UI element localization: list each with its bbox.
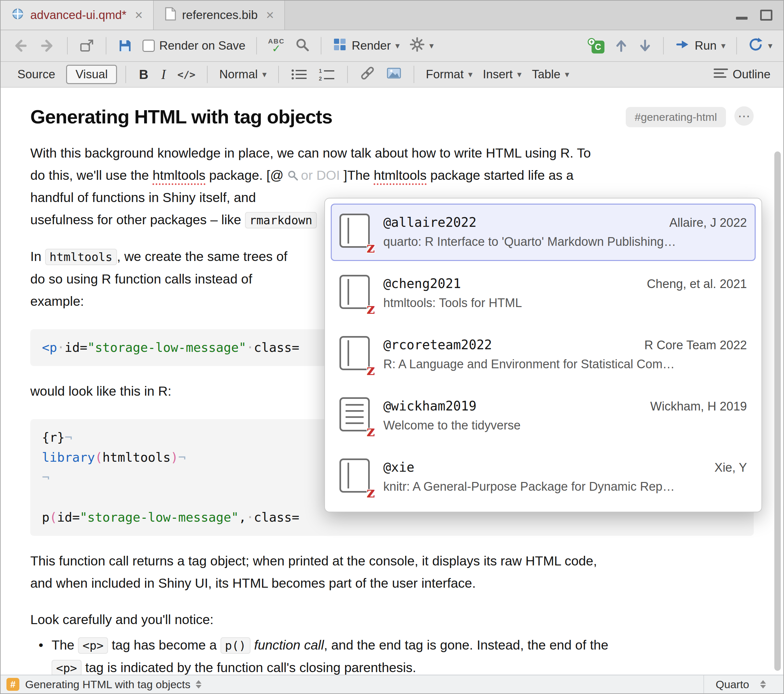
zotero-badge-icon: z: [367, 301, 375, 316]
paragraph: This function call returns a tag object;…: [30, 550, 754, 594]
run-button[interactable]: Run▾: [672, 35, 728, 57]
tab-advanced-ui-qmd[interactable]: advanced-ui.qmd* ×: [1, 1, 154, 30]
render-settings-button[interactable]: ▾: [406, 35, 437, 57]
toolbar-right-cluster: +C Run▾ ▾: [585, 35, 776, 57]
citation-item-xie[interactable]: z @xieXie, Y knitr: A General-Purpose Pa…: [331, 449, 756, 506]
citation-item-allaire2022[interactable]: z @allaire2022Allaire, J 2022 quarto: R …: [331, 204, 756, 261]
back-button[interactable]: [8, 35, 32, 56]
chevron-down-icon[interactable]: ▾: [565, 69, 569, 80]
document-mode-label: Quarto: [716, 678, 749, 691]
maximize-icon[interactable]: [760, 10, 772, 21]
bullet-icon: •: [30, 634, 51, 675]
numbered-list-button[interactable]: 12: [315, 66, 339, 84]
spellcheck-button[interactable]: ABC✓: [265, 36, 288, 56]
insert-menu-label: Insert: [483, 67, 513, 81]
zotero-badge-icon: z: [367, 240, 375, 255]
section-navigation-button[interactable]: # Generating HTML with tag objects: [7, 678, 201, 691]
bullet-list-item: • The <p> tag has become a p() function …: [30, 634, 754, 675]
separator: [413, 66, 414, 83]
tab-bar: advanced-ui.qmd* × references.bib ×: [1, 1, 783, 30]
window-controls: [735, 1, 783, 30]
paragraph-style-label: Normal: [219, 67, 258, 81]
separator: [125, 66, 126, 83]
citation-key: @rcoreteam2022: [383, 337, 492, 352]
chevron-down-icon[interactable]: ▾: [429, 41, 434, 51]
separator: [106, 37, 106, 54]
tab-references-bib[interactable]: references.bib ×: [154, 1, 285, 30]
separator: [736, 37, 737, 54]
format-menu[interactable]: Format▾: [423, 66, 476, 83]
forward-button[interactable]: [35, 35, 59, 56]
citation-author-year: R Core Team 2022: [635, 338, 747, 352]
chevron-down-icon[interactable]: ▾: [262, 69, 267, 80]
inline-code-chip: p(): [221, 637, 250, 654]
find-button[interactable]: [291, 35, 313, 57]
render-on-save-label: Render on Save: [159, 39, 245, 53]
book-icon: z: [339, 459, 373, 496]
save-button[interactable]: [114, 36, 136, 56]
tab-label: advanced-ui.qmd*: [30, 8, 126, 22]
insert-chunk-button[interactable]: +C: [585, 36, 608, 56]
inline-code-chip: <p>: [51, 660, 82, 675]
inline-code-chip: rmarkdown: [245, 212, 317, 229]
chevron-down-icon[interactable]: ▾: [517, 69, 522, 80]
up-down-icon: [196, 680, 201, 689]
separator: [256, 37, 257, 54]
outline-toggle[interactable]: Outline: [710, 65, 774, 84]
close-icon[interactable]: ×: [266, 8, 274, 22]
citation-item-wickham2019[interactable]: z @wickham2019Wickham, H 2019 Welcome to…: [331, 387, 756, 445]
bold-button[interactable]: B: [134, 67, 153, 82]
quarto-file-icon: [11, 7, 25, 23]
separator: [347, 66, 348, 83]
render-icon: [333, 37, 347, 55]
chevron-down-icon[interactable]: ▾: [468, 69, 473, 80]
search-icon: [284, 168, 301, 183]
rerun-icon: [748, 37, 763, 55]
misspelled-word: htmltools: [374, 168, 427, 183]
citation-title: knitr: A General-Purpose Package for Dyn…: [383, 480, 747, 493]
more-options-button[interactable]: ⋯: [735, 106, 754, 126]
rstudio-editor-window: advanced-ui.qmd* × references.bib × Rend…: [0, 0, 784, 694]
table-menu[interactable]: Table▾: [529, 66, 573, 83]
svg-text:2: 2: [319, 76, 322, 82]
render-button[interactable]: Render▾: [329, 35, 403, 57]
outline-label: Outline: [733, 67, 771, 81]
open-in-new-window-button[interactable]: [76, 36, 98, 56]
citation-item-rcoreteam2022[interactable]: z @rcoreteam2022R Core Team 2022 R: A La…: [331, 326, 756, 383]
zotero-badge-icon: z: [367, 362, 375, 377]
render-on-save-checkbox[interactable]: Render on Save: [139, 37, 249, 54]
previous-section-button[interactable]: [611, 37, 631, 55]
separator: [663, 37, 664, 54]
document-mode-selector[interactable]: Quarto: [703, 675, 777, 693]
chevron-down-icon[interactable]: ▾: [721, 41, 726, 51]
minimize-icon[interactable]: [735, 10, 749, 21]
citation-item-cheng2021[interactable]: z @cheng2021Cheng, et al. 2021 htmltools…: [331, 265, 756, 322]
chevron-down-icon[interactable]: ▾: [768, 41, 772, 51]
inline-code-button[interactable]: </>: [174, 69, 199, 80]
image-button[interactable]: [383, 63, 405, 86]
chevron-down-icon[interactable]: ▾: [395, 41, 400, 51]
source-mode-toggle[interactable]: Source: [10, 66, 62, 83]
next-section-button[interactable]: [635, 37, 656, 55]
citation-title: htmltools: Tools for HTML: [383, 296, 747, 310]
insert-menu[interactable]: Insert▾: [480, 66, 525, 83]
link-button[interactable]: [356, 63, 379, 86]
link-icon: [359, 65, 376, 84]
checkbox-icon[interactable]: [142, 39, 155, 52]
source-rerun-button[interactable]: ▾: [744, 35, 776, 57]
search-icon: [294, 37, 310, 55]
bullet-list-button[interactable]: [287, 66, 311, 84]
article-icon: z: [339, 397, 373, 435]
zotero-badge-icon: z: [367, 424, 375, 439]
paragraph-style-dropdown[interactable]: Normal▾: [216, 66, 270, 83]
citation-input-widget[interactable]: @or DOI: [270, 168, 340, 183]
citation-author-year: Cheng, et al. 2021: [637, 277, 747, 291]
zotero-badge-icon: z: [367, 485, 375, 500]
italic-button[interactable]: I: [156, 67, 170, 82]
citation-author-year: Xie, Y: [705, 461, 747, 475]
visual-mode-toggle[interactable]: Visual: [66, 65, 117, 84]
close-icon[interactable]: ×: [135, 8, 143, 22]
vertical-scrollbar[interactable]: [774, 151, 781, 671]
gear-icon: [409, 37, 425, 55]
separator: [207, 66, 208, 83]
